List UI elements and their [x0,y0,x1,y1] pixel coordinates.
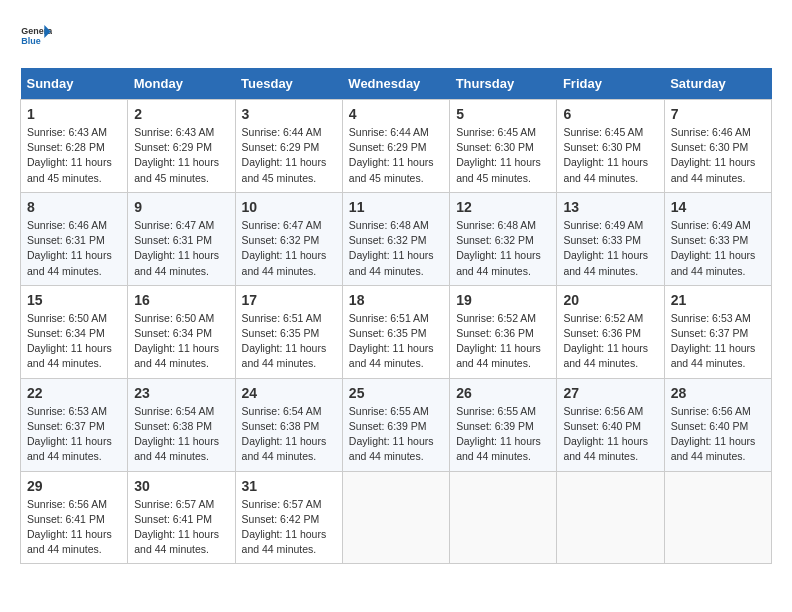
day-number: 26 [456,385,550,401]
day-number: 1 [27,106,121,122]
weekday-header-friday: Friday [557,68,664,100]
day-number: 13 [563,199,657,215]
day-info: Sunrise: 6:47 AMSunset: 6:32 PMDaylight:… [242,218,336,279]
calendar-cell: 15Sunrise: 6:50 AMSunset: 6:34 PMDayligh… [21,285,128,378]
weekday-header-monday: Monday [128,68,235,100]
calendar-cell: 22Sunrise: 6:53 AMSunset: 6:37 PMDayligh… [21,378,128,471]
day-info: Sunrise: 6:56 AMSunset: 6:40 PMDaylight:… [671,404,765,465]
calendar-week-1: 1Sunrise: 6:43 AMSunset: 6:28 PMDaylight… [21,100,772,193]
calendar-cell: 8Sunrise: 6:46 AMSunset: 6:31 PMDaylight… [21,192,128,285]
weekday-header-sunday: Sunday [21,68,128,100]
day-number: 21 [671,292,765,308]
day-info: Sunrise: 6:56 AMSunset: 6:40 PMDaylight:… [563,404,657,465]
day-info: Sunrise: 6:47 AMSunset: 6:31 PMDaylight:… [134,218,228,279]
calendar-cell: 30Sunrise: 6:57 AMSunset: 6:41 PMDayligh… [128,471,235,564]
calendar-cell: 7Sunrise: 6:46 AMSunset: 6:30 PMDaylight… [664,100,771,193]
day-info: Sunrise: 6:54 AMSunset: 6:38 PMDaylight:… [134,404,228,465]
day-number: 28 [671,385,765,401]
calendar-cell: 28Sunrise: 6:56 AMSunset: 6:40 PMDayligh… [664,378,771,471]
day-info: Sunrise: 6:48 AMSunset: 6:32 PMDaylight:… [456,218,550,279]
calendar-cell: 16Sunrise: 6:50 AMSunset: 6:34 PMDayligh… [128,285,235,378]
calendar-cell: 27Sunrise: 6:56 AMSunset: 6:40 PMDayligh… [557,378,664,471]
day-info: Sunrise: 6:44 AMSunset: 6:29 PMDaylight:… [349,125,443,186]
calendar-cell: 26Sunrise: 6:55 AMSunset: 6:39 PMDayligh… [450,378,557,471]
calendar-cell: 19Sunrise: 6:52 AMSunset: 6:36 PMDayligh… [450,285,557,378]
day-number: 22 [27,385,121,401]
calendar-cell: 29Sunrise: 6:56 AMSunset: 6:41 PMDayligh… [21,471,128,564]
day-info: Sunrise: 6:48 AMSunset: 6:32 PMDaylight:… [349,218,443,279]
day-number: 3 [242,106,336,122]
calendar-cell: 20Sunrise: 6:52 AMSunset: 6:36 PMDayligh… [557,285,664,378]
calendar-cell: 24Sunrise: 6:54 AMSunset: 6:38 PMDayligh… [235,378,342,471]
calendar-week-2: 8Sunrise: 6:46 AMSunset: 6:31 PMDaylight… [21,192,772,285]
day-info: Sunrise: 6:43 AMSunset: 6:28 PMDaylight:… [27,125,121,186]
calendar-cell: 12Sunrise: 6:48 AMSunset: 6:32 PMDayligh… [450,192,557,285]
day-info: Sunrise: 6:46 AMSunset: 6:30 PMDaylight:… [671,125,765,186]
weekday-header-thursday: Thursday [450,68,557,100]
day-number: 11 [349,199,443,215]
day-info: Sunrise: 6:50 AMSunset: 6:34 PMDaylight:… [134,311,228,372]
day-info: Sunrise: 6:45 AMSunset: 6:30 PMDaylight:… [563,125,657,186]
day-info: Sunrise: 6:57 AMSunset: 6:42 PMDaylight:… [242,497,336,558]
day-info: Sunrise: 6:57 AMSunset: 6:41 PMDaylight:… [134,497,228,558]
day-info: Sunrise: 6:56 AMSunset: 6:41 PMDaylight:… [27,497,121,558]
weekday-header-row: SundayMondayTuesdayWednesdayThursdayFrid… [21,68,772,100]
day-info: Sunrise: 6:43 AMSunset: 6:29 PMDaylight:… [134,125,228,186]
day-number: 17 [242,292,336,308]
day-number: 9 [134,199,228,215]
calendar-cell: 25Sunrise: 6:55 AMSunset: 6:39 PMDayligh… [342,378,449,471]
calendar-cell [664,471,771,564]
day-info: Sunrise: 6:54 AMSunset: 6:38 PMDaylight:… [242,404,336,465]
day-number: 20 [563,292,657,308]
day-info: Sunrise: 6:53 AMSunset: 6:37 PMDaylight:… [671,311,765,372]
calendar-cell: 11Sunrise: 6:48 AMSunset: 6:32 PMDayligh… [342,192,449,285]
weekday-header-saturday: Saturday [664,68,771,100]
day-number: 23 [134,385,228,401]
calendar-cell: 4Sunrise: 6:44 AMSunset: 6:29 PMDaylight… [342,100,449,193]
calendar-cell [557,471,664,564]
calendar-week-5: 29Sunrise: 6:56 AMSunset: 6:41 PMDayligh… [21,471,772,564]
day-number: 27 [563,385,657,401]
day-info: Sunrise: 6:50 AMSunset: 6:34 PMDaylight:… [27,311,121,372]
day-number: 12 [456,199,550,215]
calendar-cell [342,471,449,564]
calendar-cell: 17Sunrise: 6:51 AMSunset: 6:35 PMDayligh… [235,285,342,378]
calendar-week-4: 22Sunrise: 6:53 AMSunset: 6:37 PMDayligh… [21,378,772,471]
day-number: 16 [134,292,228,308]
calendar-cell: 18Sunrise: 6:51 AMSunset: 6:35 PMDayligh… [342,285,449,378]
calendar-cell: 14Sunrise: 6:49 AMSunset: 6:33 PMDayligh… [664,192,771,285]
calendar-table: SundayMondayTuesdayWednesdayThursdayFrid… [20,68,772,564]
day-number: 8 [27,199,121,215]
weekday-header-tuesday: Tuesday [235,68,342,100]
calendar-cell: 6Sunrise: 6:45 AMSunset: 6:30 PMDaylight… [557,100,664,193]
day-number: 15 [27,292,121,308]
calendar-cell: 5Sunrise: 6:45 AMSunset: 6:30 PMDaylight… [450,100,557,193]
calendar-cell: 13Sunrise: 6:49 AMSunset: 6:33 PMDayligh… [557,192,664,285]
day-info: Sunrise: 6:44 AMSunset: 6:29 PMDaylight:… [242,125,336,186]
day-info: Sunrise: 6:51 AMSunset: 6:35 PMDaylight:… [242,311,336,372]
day-info: Sunrise: 6:46 AMSunset: 6:31 PMDaylight:… [27,218,121,279]
day-number: 5 [456,106,550,122]
day-info: Sunrise: 6:53 AMSunset: 6:37 PMDaylight:… [27,404,121,465]
day-number: 25 [349,385,443,401]
day-info: Sunrise: 6:45 AMSunset: 6:30 PMDaylight:… [456,125,550,186]
day-number: 18 [349,292,443,308]
day-number: 4 [349,106,443,122]
calendar-cell: 3Sunrise: 6:44 AMSunset: 6:29 PMDaylight… [235,100,342,193]
day-info: Sunrise: 6:55 AMSunset: 6:39 PMDaylight:… [456,404,550,465]
calendar-cell: 1Sunrise: 6:43 AMSunset: 6:28 PMDaylight… [21,100,128,193]
day-number: 30 [134,478,228,494]
calendar-cell: 23Sunrise: 6:54 AMSunset: 6:38 PMDayligh… [128,378,235,471]
calendar-cell: 21Sunrise: 6:53 AMSunset: 6:37 PMDayligh… [664,285,771,378]
calendar-cell: 31Sunrise: 6:57 AMSunset: 6:42 PMDayligh… [235,471,342,564]
calendar-week-3: 15Sunrise: 6:50 AMSunset: 6:34 PMDayligh… [21,285,772,378]
day-number: 14 [671,199,765,215]
logo: General Blue [20,20,52,52]
day-number: 29 [27,478,121,494]
day-number: 6 [563,106,657,122]
calendar-cell [450,471,557,564]
svg-text:Blue: Blue [21,36,40,46]
day-number: 7 [671,106,765,122]
day-info: Sunrise: 6:51 AMSunset: 6:35 PMDaylight:… [349,311,443,372]
day-info: Sunrise: 6:52 AMSunset: 6:36 PMDaylight:… [456,311,550,372]
